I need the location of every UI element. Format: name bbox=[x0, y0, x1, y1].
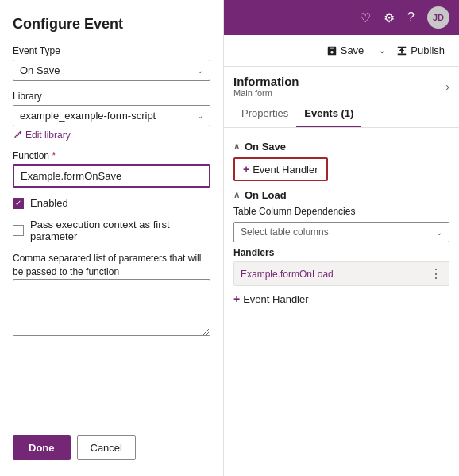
library-field: Library example_example-form-script ⌄ Ed… bbox=[13, 91, 210, 141]
top-bar: ♡ ⚙ ? JD bbox=[224, 0, 459, 35]
table-column-placeholder: Select table columns bbox=[241, 226, 329, 238]
svg-rect-0 bbox=[398, 46, 407, 48]
on-save-plus-icon: + bbox=[243, 163, 249, 176]
table-column-select[interactable]: Select table columns ⌄ bbox=[233, 222, 449, 242]
library-select[interactable]: example_example-form-script ⌄ bbox=[13, 105, 210, 126]
edit-library-label: Edit library bbox=[25, 130, 71, 141]
on-save-event-handler-label: Event Handler bbox=[253, 164, 318, 176]
params-textarea[interactable] bbox=[13, 279, 210, 336]
configure-event-panel: Configure Event Event Type On Save ⌄ Lib… bbox=[0, 0, 224, 476]
button-row: Done Cancel bbox=[13, 435, 210, 460]
done-button[interactable]: Done bbox=[13, 435, 71, 460]
event-type-select[interactable]: On Save ⌄ bbox=[13, 60, 210, 81]
save-label: Save bbox=[341, 45, 364, 56]
save-dropdown-button[interactable]: ⌄ bbox=[376, 43, 388, 58]
content-area: ∧ On Save + Event Handler ∧ On Load Tabl… bbox=[224, 128, 459, 476]
info-header: Information Main form › bbox=[224, 67, 459, 101]
on-save-section-header: ∧ On Save bbox=[233, 141, 449, 153]
svg-rect-1 bbox=[398, 53, 407, 55]
info-subtitle: Main form bbox=[233, 88, 299, 98]
tabs-row: Properties Events (1) bbox=[224, 101, 459, 128]
info-text-block: Information Main form bbox=[233, 75, 299, 98]
panel-title: Configure Event bbox=[13, 16, 210, 33]
info-title: Information bbox=[233, 75, 299, 88]
question-icon[interactable]: ? bbox=[407, 10, 415, 25]
save-button[interactable]: Save bbox=[322, 41, 369, 60]
pass-context-label: Pass execution context as first paramete… bbox=[30, 219, 210, 242]
on-save-collapse-icon[interactable]: ∧ bbox=[233, 141, 240, 152]
library-chevron-icon: ⌄ bbox=[197, 111, 203, 120]
handlers-label: Handlers bbox=[233, 247, 449, 258]
cancel-button[interactable]: Cancel bbox=[77, 435, 136, 460]
function-input-wrapper[interactable] bbox=[13, 164, 210, 188]
on-save-title: On Save bbox=[245, 141, 286, 153]
function-input[interactable] bbox=[21, 170, 202, 182]
function-field: Function * bbox=[13, 150, 210, 188]
params-label: Comma separated list of parameters that … bbox=[13, 252, 210, 279]
gear-icon[interactable]: ⚙ bbox=[384, 10, 395, 25]
event-type-chevron-icon: ⌄ bbox=[197, 66, 203, 75]
edit-library-button[interactable]: Edit library bbox=[13, 130, 210, 141]
table-column-deps-label: Table Column Dependencies bbox=[233, 206, 449, 217]
on-load-event-handler-button[interactable]: + Event Handler bbox=[233, 291, 309, 307]
table-column-chevron-icon: ⌄ bbox=[436, 228, 442, 237]
action-bar: Save ⌄ Publish bbox=[224, 35, 459, 67]
pass-context-checkbox-row[interactable]: Pass execution context as first paramete… bbox=[13, 219, 210, 242]
bell-icon[interactable]: ♡ bbox=[360, 10, 371, 25]
event-type-field: Event Type On Save ⌄ bbox=[13, 45, 210, 81]
on-load-section: ∧ On Load Table Column Dependencies Sele… bbox=[233, 189, 449, 307]
required-marker: * bbox=[52, 150, 56, 161]
save-icon bbox=[326, 45, 338, 56]
info-chevron-right-icon[interactable]: › bbox=[446, 80, 449, 93]
handler-value: Example.formOnLoad bbox=[241, 269, 334, 280]
library-value: example_example-form-script bbox=[20, 110, 156, 122]
handler-item: Example.formOnLoad ⋮ bbox=[233, 261, 449, 286]
avatar[interactable]: JD bbox=[427, 6, 449, 29]
tab-properties[interactable]: Properties bbox=[233, 101, 296, 127]
enabled-label: Enabled bbox=[30, 197, 68, 209]
on-load-collapse-icon[interactable]: ∧ bbox=[233, 190, 240, 200]
tab-events[interactable]: Events (1) bbox=[296, 101, 361, 127]
checkmark-icon: ✓ bbox=[15, 199, 21, 207]
enabled-checkbox[interactable]: ✓ bbox=[13, 198, 24, 209]
right-panel: ♡ ⚙ ? JD Save ⌄ Publish Information Main… bbox=[224, 0, 459, 476]
function-label: Function * bbox=[13, 150, 210, 161]
handler-menu-icon[interactable]: ⋮ bbox=[430, 266, 442, 281]
on-load-title: On Load bbox=[245, 189, 287, 201]
enabled-checkbox-row[interactable]: ✓ Enabled bbox=[13, 197, 210, 209]
on-save-event-handler-button[interactable]: + Event Handler bbox=[233, 157, 328, 181]
on-load-section-header: ∧ On Load bbox=[233, 189, 449, 201]
pass-context-checkbox[interactable] bbox=[13, 225, 24, 236]
publish-icon bbox=[396, 45, 407, 56]
event-type-value: On Save bbox=[20, 64, 60, 76]
publish-button[interactable]: Publish bbox=[392, 41, 449, 60]
on-load-plus-icon: + bbox=[233, 292, 240, 305]
on-load-event-handler-label: Event Handler bbox=[243, 293, 308, 305]
divider bbox=[372, 44, 372, 58]
library-label: Library bbox=[13, 91, 210, 102]
event-type-label: Event Type bbox=[13, 45, 210, 56]
pencil-icon bbox=[13, 130, 22, 140]
publish-label: Publish bbox=[411, 45, 445, 56]
params-field: Comma separated list of parameters that … bbox=[13, 252, 210, 336]
